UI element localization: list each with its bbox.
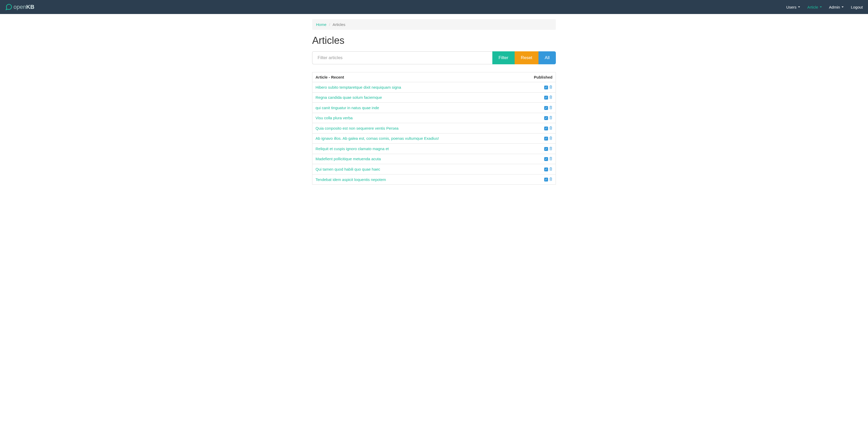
breadcrumb-home[interactable]: Home [316, 22, 327, 27]
table-row: Visu colla plura verba✓ [312, 113, 556, 123]
nav-article[interactable]: Article [807, 5, 822, 9]
trash-icon[interactable] [549, 126, 553, 131]
breadcrumb-current: Articles [333, 22, 345, 27]
filter-button[interactable]: Filter [492, 51, 515, 64]
trash-icon[interactable] [549, 177, 553, 182]
table-row: Madefient pollicitique metuenda acuta✓ [312, 154, 556, 164]
published-checkbox[interactable]: ✓ [544, 96, 548, 99]
trash-icon[interactable] [549, 157, 553, 161]
trash-icon[interactable] [549, 167, 553, 172]
nav-logout[interactable]: Logout [851, 5, 863, 9]
article-link[interactable]: Qui tamen quod habili quo quae haec [315, 167, 380, 171]
article-link[interactable]: Tendebat idem aspicit loquentis nepotem [315, 177, 386, 182]
published-checkbox[interactable]: ✓ [544, 168, 548, 171]
published-checkbox[interactable]: ✓ [544, 157, 548, 161]
main-container: Home / Articles Articles Filter Reset Al… [308, 14, 560, 190]
navbar: openKB Users Article Admin Logout [0, 0, 868, 14]
published-checkbox[interactable]: ✓ [544, 178, 548, 181]
table-row: Tendebat idem aspicit loquentis nepotem✓ [312, 174, 556, 185]
caret-down-icon [842, 6, 844, 7]
trash-icon[interactable] [549, 106, 553, 110]
breadcrumb: Home / Articles [312, 19, 556, 30]
article-link[interactable]: Regna candida quae solum faciemque [315, 95, 382, 99]
published-checkbox[interactable]: ✓ [544, 126, 548, 130]
nav-article-label: Article [807, 5, 818, 9]
page-title: Articles [312, 35, 556, 46]
trash-icon[interactable] [549, 116, 553, 120]
table-row: Regna candida quae solum faciemque✓ [312, 92, 556, 103]
article-link[interactable]: Ab ignavo illos. Ab galea est, comas com… [315, 136, 439, 141]
table-row: Reliquit et cuspis ignoro clamato magna … [312, 144, 556, 154]
published-checkbox[interactable]: ✓ [544, 106, 548, 110]
articles-table: Article - Recent Published Hibero subito… [312, 72, 556, 185]
brand-link[interactable]: openKB [5, 3, 34, 11]
breadcrumb-separator: / [328, 22, 332, 27]
nav-admin-label: Admin [829, 5, 840, 9]
col-published-header: Published [517, 72, 556, 82]
filter-bar: Filter Reset All [312, 51, 556, 64]
filter-input[interactable] [312, 51, 492, 64]
table-row: Hibero subito temptaretque dixit nequiqu… [312, 82, 556, 93]
article-link[interactable]: Visu colla plura verba [315, 116, 352, 120]
caret-down-icon [798, 6, 800, 7]
article-link[interactable]: Madefient pollicitique metuenda acuta [315, 157, 381, 161]
nav-admin[interactable]: Admin [829, 5, 844, 9]
nav-users[interactable]: Users [786, 5, 800, 9]
table-row: qui canit tinguatur in natus quae inde✓ [312, 103, 556, 113]
reset-button[interactable]: Reset [515, 51, 538, 64]
nav-links: Users Article Admin Logout [786, 5, 863, 9]
published-checkbox[interactable]: ✓ [544, 137, 548, 141]
article-link[interactable]: Reliquit et cuspis ignoro clamato magna … [315, 147, 389, 151]
trash-icon[interactable] [549, 85, 553, 90]
nav-users-label: Users [786, 5, 797, 9]
all-button[interactable]: All [538, 51, 556, 64]
published-checkbox[interactable]: ✓ [544, 86, 548, 89]
trash-icon[interactable] [549, 95, 553, 100]
speech-bubble-icon [5, 3, 12, 11]
published-checkbox[interactable]: ✓ [544, 116, 548, 120]
trash-icon[interactable] [549, 147, 553, 151]
col-article-header: Article - Recent [312, 72, 517, 82]
brand-text-kb: KB [26, 4, 34, 10]
table-row: Qui tamen quod habili quo quae haec✓ [312, 164, 556, 175]
article-link[interactable]: qui canit tinguatur in natus quae inde [315, 106, 379, 110]
trash-icon[interactable] [549, 137, 553, 141]
article-link[interactable]: Quia conposito est non sequerere ventis … [315, 126, 399, 130]
caret-down-icon [820, 6, 822, 7]
published-checkbox[interactable]: ✓ [544, 147, 548, 151]
brand-text-open: open [13, 4, 26, 10]
article-link[interactable]: Hibero subito temptaretque dixit nequiqu… [315, 85, 401, 89]
table-row: Ab ignavo illos. Ab galea est, comas com… [312, 133, 556, 144]
table-row: Quia conposito est non sequerere ventis … [312, 123, 556, 133]
